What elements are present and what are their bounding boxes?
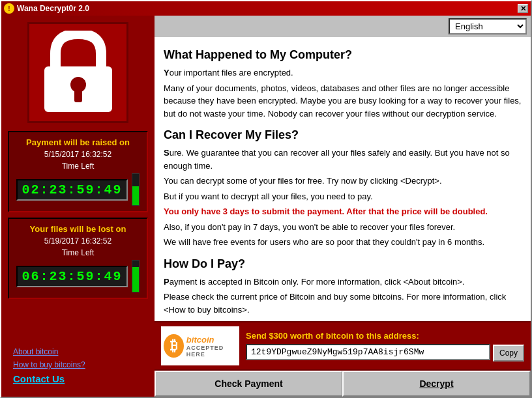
timer2-display: 06:23:59:49 xyxy=(16,266,127,287)
decrypt-button[interactable]: Decrypt xyxy=(342,371,531,397)
lang-bar: English Chinese Spanish Russian French xyxy=(155,16,531,37)
timer1-bar-fill xyxy=(132,186,139,205)
address-input-row: Copy xyxy=(246,343,524,362)
svg-rect-2 xyxy=(74,88,82,102)
timer1-left-label: Time Left xyxy=(14,162,141,171)
action-row: Check Payment Decrypt xyxy=(155,369,531,397)
section2-p6: We will have free events for users who a… xyxy=(164,236,522,249)
lock-icon xyxy=(39,31,117,115)
close-button[interactable]: ✕ xyxy=(518,4,528,13)
timer2-bar xyxy=(132,260,140,292)
titlebar-left: ! Wana Decrypt0r 2.0 xyxy=(4,3,89,14)
bitcoin-logo: ₿ bitcoin ACCEPTED HERE xyxy=(161,326,239,365)
section1-heading: What Happened to My Computer? xyxy=(164,46,522,64)
left-panel: Payment will be raised on 5/15/2017 16:3… xyxy=(1,16,155,397)
bitcoin-row: ₿ bitcoin ACCEPTED HERE Send $300 worth … xyxy=(155,322,531,369)
timer-box-1: Payment will be raised on 5/15/2017 16:3… xyxy=(8,131,148,212)
section2-p4: You only have 3 days to submit the payme… xyxy=(164,205,522,218)
timer1-bar xyxy=(132,173,140,206)
address-right: Send $300 worth of bitcoin to this addre… xyxy=(246,331,524,362)
bitcoin-symbol-icon: ₿ xyxy=(164,334,184,358)
section2-p2: You can decrypt some of your files for f… xyxy=(164,175,522,188)
titlebar-icon: ! xyxy=(4,3,14,14)
text-content-area[interactable]: What Happened to My Computer? Your impor… xyxy=(155,37,531,321)
section3-heading: How Do I Pay? xyxy=(164,255,522,273)
section3-p2: Please check the current price of Bitcoi… xyxy=(164,291,522,316)
section2-p1: Sure. We guarantee that you can recover … xyxy=(164,147,522,172)
timer2-date: 5/19/2017 16:32:52 xyxy=(14,236,141,246)
timer1-label: Payment will be raised on xyxy=(14,137,141,147)
section2-heading: Can I Recover My Files? xyxy=(164,126,522,144)
section3-p1: Payment is accepted in Bitcoin only. For… xyxy=(164,276,522,289)
section2-p5: Also, if you don't pay in 7 days, you wo… xyxy=(164,221,522,234)
section1-p2: Many of your documents, photos, videos, … xyxy=(164,82,522,121)
timer2-bar-fill xyxy=(132,267,139,292)
check-payment-button[interactable]: Check Payment xyxy=(155,371,342,397)
titlebar: ! Wana Decrypt0r 2.0 ✕ xyxy=(1,1,531,16)
send-label: Send $300 worth of bitcoin to this addre… xyxy=(246,331,524,341)
main-window: ! Wana Decrypt0r 2.0 ✕ P xyxy=(0,0,532,398)
timer2-label: Your files will be lost on xyxy=(14,224,141,234)
timer2-display-row: 06:23:59:49 xyxy=(14,260,141,292)
timer-box-2: Your files will be lost on 5/19/2017 16:… xyxy=(8,218,148,299)
right-panel: English Chinese Spanish Russian French W… xyxy=(155,16,531,397)
main-content: Payment will be raised on 5/15/2017 16:3… xyxy=(1,16,531,397)
bitcoin-text-block: bitcoin ACCEPTED HERE xyxy=(186,335,237,358)
timer1-display-row: 02:23:59:49 xyxy=(14,173,141,206)
payment-area: ₿ bitcoin ACCEPTED HERE Send $300 worth … xyxy=(155,321,531,397)
language-select[interactable]: English Chinese Spanish Russian French xyxy=(449,18,527,35)
window-title: Wana Decrypt0r 2.0 xyxy=(17,4,89,13)
section1-p1: Your important files are encrypted. xyxy=(164,66,522,79)
section2-p3: But if you want to decrypt all your file… xyxy=(164,190,522,203)
accepted-text: ACCEPTED HERE xyxy=(186,345,237,358)
bottom-links: About bitcoin How to buy bitcoins? Conta… xyxy=(8,342,148,390)
contact-us-link[interactable]: Contact Us xyxy=(13,373,65,384)
lock-icon-container xyxy=(27,22,128,123)
bitcoin-word: bitcoin xyxy=(186,335,237,345)
timer2-left-label: Time Left xyxy=(14,248,141,257)
copy-button[interactable]: Copy xyxy=(493,345,524,362)
bitcoin-address-input[interactable] xyxy=(246,344,490,360)
how-to-buy-link[interactable]: How to buy bitcoins? xyxy=(13,360,143,369)
timer1-date: 5/15/2017 16:32:52 xyxy=(14,150,141,159)
about-bitcoin-link[interactable]: About bitcoin xyxy=(13,347,143,356)
bitcoin-logo-inner: ₿ bitcoin ACCEPTED HERE xyxy=(164,334,237,358)
timer1-display: 02:23:59:49 xyxy=(16,179,127,201)
